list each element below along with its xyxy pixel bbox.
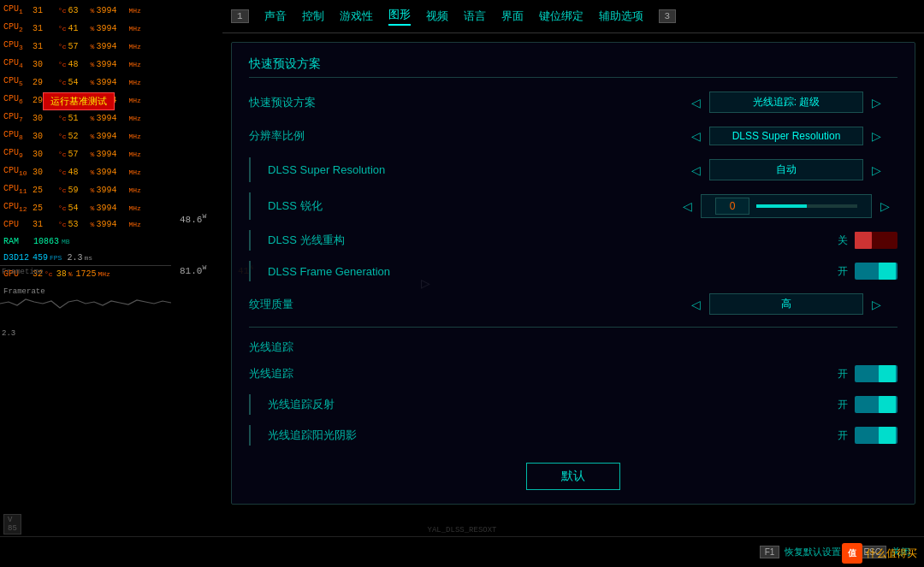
cpu1-label: CPU1 (3, 2, 31, 20)
dlss-rr-toggle[interactable] (855, 232, 897, 249)
cpu10-row: CPU10 30°c 48% 3994MHz (3, 163, 168, 181)
rt-sun-shadows-state-label: 开 (838, 428, 848, 443)
cpu2-row: CPU2 31°c 41% 3994MHz (3, 20, 168, 38)
dlss-rr-knob (855, 232, 872, 249)
dlss-sharpness-number: 0 (715, 198, 749, 215)
dlss-sr-control[interactable]: ◁ 自动 ▷ (675, 159, 897, 180)
ray-tracing-section-title: 光线追踪 (249, 340, 897, 355)
ray-tracing-label: 光线追踪 (249, 366, 726, 381)
version-badge: V85 (3, 514, 21, 535)
tab-sound[interactable]: 声音 (264, 9, 287, 24)
resolution-scale-control[interactable]: ◁ DLSS Super Resolution ▷ (675, 127, 897, 145)
logo-icon: 值 (842, 543, 862, 564)
bottom-watermark: YAL_DLSS_RESOXT (427, 526, 496, 535)
quick-preset-section-title: 快速预设方案 (249, 56, 897, 78)
dlss-rr-label: DLSS 光线重构 (268, 233, 726, 248)
dlss-rr-state-label: 关 (838, 233, 848, 248)
section-divider (249, 327, 897, 328)
quick-preset-next-btn[interactable]: ▷ (867, 94, 886, 111)
quick-preset-prev-btn[interactable]: ◁ (686, 94, 706, 111)
default-button[interactable]: 默认 (526, 463, 620, 490)
rt-sun-shadows-control[interactable]: 开 (726, 427, 897, 444)
quick-preset-label: 快速预设方案 (249, 95, 675, 110)
cpu7-row: CPU7 30°c 51% 3994MHz (3, 109, 168, 127)
tab-bar: 1 声音 控制 游戏性 图形 视频 语言 界面 键位绑定 辅助选项 3 (222, 0, 924, 33)
quick-preset-control[interactable]: ◁ 光线追踪: 超级 ▷ (675, 92, 897, 113)
tab-number-left: 1 (231, 9, 249, 23)
texture-quality-label: 纹理质量 (249, 297, 675, 312)
frametime-label: Frametime (0, 266, 171, 278)
logo-text: 什么值得买 (866, 546, 917, 561)
fps-row: D3D12 459 FPS 2.3 ms (3, 251, 168, 266)
dlss-fg-knob (879, 263, 896, 280)
tab-number-right: 3 (659, 9, 677, 23)
ray-tracing-toggle[interactable] (855, 365, 897, 382)
logo-area: 值 什么值得买 (842, 543, 917, 564)
restore-defaults-label: 恢复默认设置 (785, 546, 841, 558)
dlss-fg-control[interactable]: 开 (726, 263, 897, 280)
texture-quality-row: 纹理质量 ◁ 高 ▷ (249, 292, 897, 316)
rt-reflections-row: 光线追踪反射 开 (249, 394, 897, 415)
frametime-value: 2.3 (0, 329, 171, 338)
dlss-fg-label: DLSS Frame Generation (268, 265, 726, 278)
rt-sun-shadows-toggle[interactable] (855, 427, 897, 444)
dlss-rr-control[interactable]: 关 (726, 232, 897, 249)
tab-gameplay[interactable]: 游戏性 (340, 9, 373, 24)
rt-reflections-label: 光线追踪反射 (268, 397, 726, 412)
dlss-sharpness-track[interactable] (756, 204, 857, 208)
tab-control[interactable]: 控制 (302, 9, 324, 24)
resolution-scale-next-btn[interactable]: ▷ (867, 127, 886, 145)
bottom-bar: F1 恢复默认设置 ESC 关闭 (0, 536, 924, 567)
dlss-sharpness-fill (756, 204, 807, 208)
dlss-sr-label: DLSS Super Resolution (268, 163, 675, 176)
frametime-graph: Frametime 2.3 (0, 265, 171, 342)
cpu8-row: CPU8 30°c 52% 3994MHz (3, 127, 168, 145)
rt-sun-shadows-knob (879, 427, 896, 444)
main-panel: 1 声音 控制 游戏性 图形 视频 语言 界面 键位绑定 辅助选项 3 快速预设… (222, 0, 924, 567)
dlss-sr-prev-btn[interactable]: ◁ (686, 162, 706, 179)
cpu1-freq: 3994 (96, 3, 127, 19)
cpu9-row: CPU9 30°c 57% 3994MHz (3, 145, 168, 163)
cpu-avg-row: CPU 31°c 53% 3994MHz (3, 217, 168, 233)
rt-reflections-state-label: 开 (838, 398, 848, 412)
running-test-badge: 运行基准测试 (43, 92, 115, 110)
tab-language[interactable]: 语言 (464, 9, 486, 24)
rt-reflections-knob (879, 396, 896, 413)
ray-tracing-knob (879, 365, 896, 382)
tab-graphics[interactable]: 图形 (388, 7, 411, 26)
ram-row: RAM 10863 MB (3, 234, 168, 250)
resolution-scale-row: 分辨率比例 ◁ DLSS Super Resolution ▷ (249, 125, 897, 147)
cpu1-row: CPU1 31°c 63% 3994MHz (3, 2, 168, 20)
ray-tracing-row: 光线追踪 开 (249, 363, 897, 384)
f1-key-icon: F1 (760, 546, 780, 558)
dlss-sharpness-prev-btn[interactable]: ◁ (678, 198, 697, 215)
dlss-sr-next-btn[interactable]: ▷ (867, 162, 886, 179)
settings-panel: 快速预设方案 快速预设方案 ◁ 光线追踪: 超级 ▷ 分辨率比例 ◁ DLSS … (231, 42, 915, 505)
resolution-scale-value: DLSS Super Resolution (709, 127, 863, 145)
dlss-rr-row: DLSS 光线重构 关 (249, 230, 897, 251)
cpu4-row: CPU4 30°c 48% 3994MHz (3, 56, 168, 74)
cpu12-row: CPU12 25°c 54% 3994MHz (3, 199, 168, 217)
gpu-watt-value: 48.6W (180, 212, 206, 225)
restore-defaults-btn[interactable]: F1 恢复默认设置 (760, 546, 842, 558)
texture-quality-next-btn[interactable]: ▷ (867, 296, 886, 313)
rt-reflections-control[interactable]: 开 (726, 396, 897, 413)
dlss-sr-value: 自动 (709, 159, 863, 180)
dlss-sr-row: DLSS Super Resolution ◁ 自动 ▷ (249, 157, 897, 182)
texture-quality-control[interactable]: ◁ 高 ▷ (675, 293, 897, 315)
dlss-fg-toggle[interactable] (855, 263, 897, 280)
rt-sun-shadows-label: 光线追踪阳光阴影 (268, 428, 726, 443)
ray-tracing-control[interactable]: 开 (726, 365, 897, 382)
cpu3-row: CPU3 31°c 57% 3994MHz (3, 38, 168, 56)
resolution-scale-prev-btn[interactable]: ◁ (686, 127, 706, 145)
dlss-sharpness-control[interactable]: ◁ 0 ▷ (675, 194, 897, 218)
dlss-fg-state-label: 开 (838, 264, 848, 279)
dlss-sharpness-next-btn[interactable]: ▷ (875, 198, 895, 215)
tab-interface[interactable]: 界面 (501, 9, 524, 24)
tab-accessibility[interactable]: 辅助选项 (599, 9, 643, 24)
tab-keybinding[interactable]: 键位绑定 (539, 9, 583, 24)
tab-video[interactable]: 视频 (426, 9, 448, 24)
cpu1-pct: 63 (68, 3, 89, 19)
rt-reflections-toggle[interactable] (855, 396, 897, 413)
texture-quality-prev-btn[interactable]: ◁ (686, 296, 706, 313)
